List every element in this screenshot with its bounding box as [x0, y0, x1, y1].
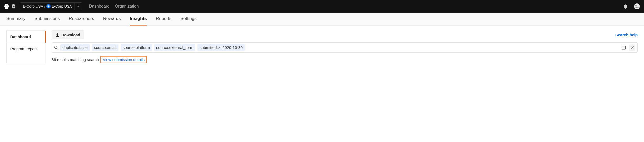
search-chip[interactable]: duplicate:false — [60, 44, 90, 51]
main-content: Dashboard Program report Download Search… — [0, 26, 644, 68]
search-icon — [54, 45, 58, 50]
results-count: 86 results matching search — [52, 57, 99, 62]
search-chip[interactable]: source:external_form — [154, 44, 195, 51]
search-right-icons — [621, 44, 635, 51]
breadcrumb-separator: / — [44, 4, 45, 8]
nav-organization[interactable]: Organization — [115, 4, 139, 9]
nav-dashboard[interactable]: Dashboard — [89, 4, 110, 9]
svg-rect-5 — [623, 48, 623, 48]
search-bar[interactable]: duplicate:false source:email source:plat… — [52, 42, 638, 53]
download-icon — [56, 33, 59, 37]
bug-icon — [46, 4, 51, 8]
org-parent: E-Corp USA — [23, 4, 43, 8]
tab-researchers[interactable]: Researchers — [69, 13, 94, 26]
sidebar-item-label: Dashboard — [10, 34, 31, 39]
top-nav: Dashboard Organization — [89, 4, 139, 9]
tab-rewards[interactable]: Rewards — [103, 13, 121, 26]
tab-reports[interactable]: Reports — [156, 13, 172, 26]
program-tabs: Summary Submissions Researchers Rewards … — [0, 13, 644, 26]
chevron-down-icon[interactable] — [75, 3, 82, 10]
avatar[interactable]: NO IMAGE — [634, 3, 640, 9]
bell-icon[interactable] — [623, 4, 628, 9]
tab-submissions[interactable]: Submissions — [34, 13, 60, 26]
sidebar-item-program-report[interactable]: Program report — [7, 43, 46, 55]
org-current: E-Corp USA — [52, 4, 72, 8]
search-chips: duplicate:false source:email source:plat… — [60, 44, 618, 51]
brand-logo[interactable]: b — [4, 4, 9, 9]
tab-summary[interactable]: Summary — [6, 13, 26, 26]
view-submission-details-link[interactable]: View submission details — [100, 56, 147, 63]
search-chip[interactable]: submitted:>=2020-10-30 — [197, 44, 245, 51]
document-icon[interactable] — [12, 4, 16, 8]
close-icon — [631, 46, 634, 49]
sidebar-item-label: Program report — [10, 47, 37, 51]
search-chip[interactable]: source:platform — [121, 44, 152, 51]
svg-point-3 — [55, 46, 57, 49]
svg-rect-6 — [623, 48, 624, 48]
search-chip[interactable]: source:email — [92, 44, 118, 51]
topbar: b E-Corp USA / E-Corp USA Dashboard Orga… — [0, 0, 644, 13]
svg-point-1 — [14, 6, 14, 6]
tab-settings[interactable]: Settings — [180, 13, 196, 26]
insights-content: Download Search help duplicate:false sou… — [52, 31, 638, 63]
tab-insights[interactable]: Insights — [130, 13, 147, 26]
toolbar-row: Download Search help — [52, 31, 638, 39]
org-switcher-label: E-Corp USA / E-Corp USA — [20, 4, 75, 8]
calendar-icon[interactable] — [621, 44, 627, 51]
results-summary: 86 results matching search View submissi… — [52, 56, 638, 63]
sidebar-item-dashboard[interactable]: Dashboard — [7, 31, 46, 43]
insights-sidebar: Dashboard Program report — [6, 31, 46, 63]
download-label: Download — [61, 33, 80, 37]
clear-search-button[interactable] — [629, 44, 635, 51]
svg-rect-0 — [13, 6, 14, 7]
svg-rect-7 — [624, 48, 625, 48]
search-help-link[interactable]: Search help — [615, 33, 638, 37]
download-button[interactable]: Download — [52, 31, 84, 39]
org-switcher[interactable]: E-Corp USA / E-Corp USA — [20, 2, 82, 10]
